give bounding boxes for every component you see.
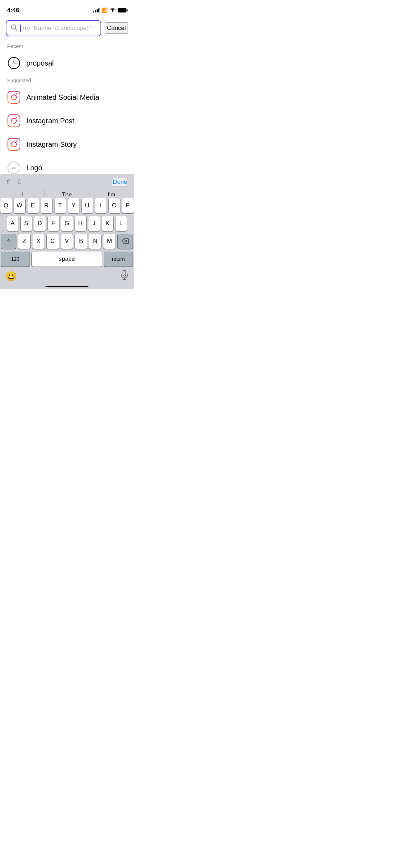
- cursor: [20, 25, 21, 32]
- suggested-item-label: Animated Social Media: [26, 93, 99, 102]
- chevron-down-icon[interactable]: ⇩: [17, 178, 22, 186]
- signal-icon: [93, 8, 99, 12]
- key-b[interactable]: B: [75, 234, 87, 249]
- return-key[interactable]: return: [104, 252, 133, 267]
- key-q[interactable]: Q: [0, 198, 12, 213]
- key-o[interactable]: O: [109, 198, 120, 213]
- emoji-button[interactable]: 😀: [5, 271, 17, 282]
- status-bar: 4:46 📶: [0, 0, 134, 16]
- key-y[interactable]: Y: [68, 198, 79, 213]
- home-bar: [46, 286, 88, 287]
- svg-line-1: [15, 29, 17, 30]
- keyboard: Q W E R T Y U I O P A S D F G H J K L ⇧ …: [0, 196, 134, 289]
- chevron-up-icon[interactable]: ⇧: [6, 178, 11, 186]
- search-placeholder: Try "Banner (Landscape)": [21, 25, 91, 32]
- key-d[interactable]: D: [34, 216, 46, 231]
- key-l[interactable]: L: [115, 216, 127, 231]
- key-w[interactable]: W: [14, 198, 25, 213]
- key-f[interactable]: F: [48, 216, 59, 231]
- key-r[interactable]: R: [41, 198, 52, 213]
- key-z[interactable]: Z: [18, 234, 30, 249]
- key-e[interactable]: E: [27, 198, 39, 213]
- key-u[interactable]: U: [82, 198, 93, 213]
- keyboard-row-1: Q W E R T Y U I O P: [1, 198, 133, 213]
- list-item[interactable]: proposal: [0, 51, 134, 75]
- search-input[interactable]: Try "Banner (Landscape)": [20, 25, 96, 32]
- keyboard-bottom-row: 123 space return: [1, 252, 133, 267]
- numbers-key[interactable]: 123: [1, 252, 30, 267]
- key-t[interactable]: T: [55, 198, 66, 213]
- key-m[interactable]: M: [103, 234, 115, 249]
- toolbar-chevrons: ⇧ ⇩: [6, 178, 112, 186]
- list-item[interactable]: Animated Social Media: [0, 86, 134, 109]
- shift-key[interactable]: ⇧: [1, 234, 16, 249]
- wifi-icon: [110, 8, 115, 12]
- key-c[interactable]: C: [47, 234, 59, 249]
- list-item[interactable]: Instagram Story: [0, 133, 134, 156]
- suggested-section-header: Suggested: [0, 75, 134, 86]
- suggested-item-label: Logo: [26, 164, 42, 172]
- key-g[interactable]: G: [61, 216, 73, 231]
- key-a[interactable]: A: [7, 216, 19, 231]
- key-i[interactable]: I: [95, 198, 107, 213]
- search-icon: [11, 24, 17, 32]
- space-key[interactable]: space: [32, 252, 102, 267]
- microphone-button[interactable]: [120, 270, 128, 282]
- keyboard-row-2: A S D F G H J K L: [1, 216, 133, 231]
- key-h[interactable]: H: [75, 216, 86, 231]
- delete-key[interactable]: [118, 234, 133, 249]
- suggested-item-label: Instagram Post: [26, 117, 74, 125]
- key-s[interactable]: S: [21, 216, 32, 231]
- instagram-icon: [7, 91, 21, 104]
- keyboard-extras: 😀: [1, 269, 133, 288]
- key-j[interactable]: J: [88, 216, 100, 231]
- search-box[interactable]: Try "Banner (Landscape)": [6, 20, 101, 36]
- recent-section-header: Recent: [0, 41, 134, 51]
- logo-icon: Co.: [7, 161, 21, 175]
- key-n[interactable]: N: [89, 234, 101, 249]
- search-area: Try "Banner (Landscape)" Cancel: [0, 16, 134, 41]
- status-icons: 📶: [93, 7, 127, 13]
- key-k[interactable]: K: [102, 216, 113, 231]
- instagram-icon: [7, 138, 21, 151]
- key-p[interactable]: P: [122, 198, 134, 213]
- recent-item-label: proposal: [26, 59, 54, 67]
- done-button[interactable]: Done: [112, 178, 128, 186]
- instagram-icon: [7, 114, 21, 128]
- clock-icon: [7, 56, 21, 70]
- wifi-icon: 📶: [102, 7, 108, 13]
- key-v[interactable]: V: [61, 234, 73, 249]
- svg-rect-7: [123, 270, 126, 276]
- suggested-item-label: Instagram Story: [26, 140, 77, 149]
- status-time: 4:46: [7, 7, 19, 14]
- key-x[interactable]: X: [32, 234, 45, 249]
- keyboard-row-3: ⇧ Z X C V B N M: [1, 234, 133, 249]
- list-item[interactable]: Instagram Post: [0, 109, 134, 133]
- battery-icon: [118, 8, 127, 12]
- cancel-button[interactable]: Cancel: [105, 22, 128, 34]
